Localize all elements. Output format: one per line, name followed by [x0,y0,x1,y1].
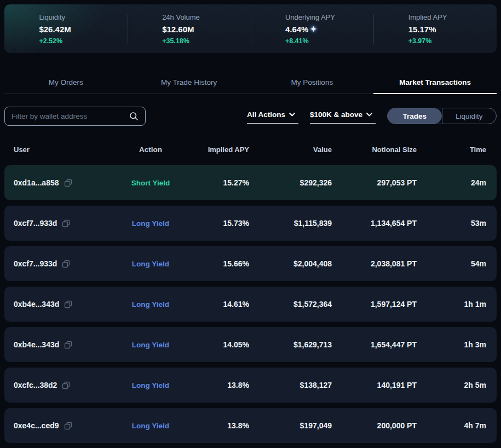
tab-my-positions[interactable]: My Positions [251,78,374,94]
table-row[interactable]: 0xcfc...38d2 Long Yield 13.8% $138,127 1… [4,368,497,403]
action-label: Long Yield [112,300,189,309]
value-filter-value: $100K & above [310,110,362,119]
copy-icon[interactable] [64,179,72,187]
trade-time: 54m [417,259,486,268]
table-row[interactable]: 0xb4e...343d Long Yield 14.61% $1,572,36… [4,287,497,322]
header-user: User [14,146,112,154]
stat-change: +3.97% [408,37,462,45]
table-row[interactable]: 0xb4e...343d Long Yield 14.05% $1,629,71… [4,327,497,362]
table-row[interactable]: 0xd1a...a858 Short Yield 15.27% $292,326… [4,165,497,200]
trade-value: $197,049 [249,421,332,430]
implied-apy-value: 13.8% [189,381,249,389]
stat-change: +35.18% [162,37,216,45]
chevron-down-icon [289,113,295,117]
copy-icon[interactable] [62,381,70,389]
notional-size-value: 1,597,124 PT [332,300,417,309]
copy-icon[interactable] [64,422,72,430]
notional-size-value: 200,000 PT [332,421,417,430]
actions-filter-value: All Actions [247,110,285,119]
header-time: Time [417,146,486,154]
user-cell: 0xe4c...ced9 [14,421,112,430]
copy-icon[interactable] [64,300,72,309]
stat-label: Underlying APY [285,13,339,21]
user-cell: 0xcfc...38d2 [14,381,112,389]
trade-time: 53m [417,219,486,228]
value-filter-dropdown[interactable]: $100K & above [310,108,376,124]
stat-label: Implied APY [408,13,462,21]
trade-time: 1h 1m [417,300,486,309]
action-label: Long Yield [112,422,189,430]
implied-apy-value: 15.66% [189,259,249,268]
table-row[interactable]: 0xe4c...ced9 Long Yield 13.8% $197,049 2… [4,408,497,443]
stat-value: $26.42M [39,25,93,34]
stat-change: +8.41% [285,37,339,45]
header-notional-size: Notional Size [332,146,417,154]
stat-underlying-apy: Underlying APY 4.64% ✦ +8.41% [251,13,374,45]
user-cell: 0xcf7...933d [14,219,112,228]
stat-24h-volume: 24h Volume $12.60M +35.18% [128,13,251,45]
wallet-filter-input[interactable] [11,112,129,120]
action-label: Long Yield [112,219,189,228]
actions-filter-dropdown[interactable]: All Actions [247,108,298,124]
notional-size-value: 1,654,447 PT [332,340,417,349]
stat-value: 15.17% [408,25,462,34]
toggle-trades[interactable]: Trades [388,108,442,124]
transactions-table: 0xd1a...a858 Short Yield 15.27% $292,326… [4,165,497,443]
copy-icon[interactable] [62,260,70,268]
toggle-liquidity[interactable]: Liquidity [442,108,497,124]
action-label: Short Yield [112,179,189,187]
header-action: Action [112,146,189,154]
sparkle-icon: ✦ [310,25,316,33]
trade-value: $2,004,408 [249,259,332,268]
user-address: 0xb4e...343d [14,340,59,349]
trade-time: 2h 5m [417,381,486,389]
header-implied-apy: Implied APY [189,146,249,154]
notional-size-value: 2,038,081 PT [332,259,417,268]
user-address: 0xcf7...933d [14,259,57,268]
user-address: 0xcf7...933d [14,219,57,228]
stat-label: Liquidity [39,13,93,21]
implied-apy-value: 14.61% [189,300,249,309]
stat-value: 4.64% [285,25,309,34]
tab-market-transactions[interactable]: Market Transactions [373,78,497,94]
stat-label: 24h Volume [162,13,216,21]
notional-size-value: 1,134,654 PT [332,219,417,228]
action-label: Long Yield [112,341,189,349]
stat-liquidity: Liquidity $26.42M +2.52% [4,13,128,45]
tab-my-trade-history[interactable]: My Trade History [128,78,251,94]
chevron-down-icon [366,113,372,117]
implied-apy-value: 15.27% [189,178,249,187]
copy-icon[interactable] [62,219,70,228]
trade-value: $1,629,713 [249,340,332,349]
user-cell: 0xd1a...a858 [14,178,112,187]
tab-my-orders[interactable]: My Orders [4,78,128,94]
user-address: 0xe4c...ced9 [14,421,59,430]
trade-value: $292,326 [249,178,332,187]
implied-apy-value: 14.05% [189,340,249,349]
filter-controls-row: All Actions $100K & above Trades Liquidi… [4,106,497,126]
action-label: Long Yield [112,260,189,268]
notional-size-value: 140,191 PT [332,381,417,389]
notional-size-value: 297,053 PT [332,178,417,187]
wallet-filter-box[interactable] [4,107,146,126]
user-address: 0xb4e...343d [14,300,59,309]
table-row[interactable]: 0xcf7...933d Long Yield 15.66% $2,004,40… [4,246,497,281]
stat-value: $12.60M [162,25,216,34]
trade-value: $1,572,364 [249,300,332,309]
tab-bar: My Orders My Trade History My Positions … [4,78,497,94]
copy-icon[interactable] [64,341,72,349]
trade-time: 4h 7m [417,421,486,430]
header-value: Value [249,146,332,154]
market-stats-bar: Liquidity $26.42M +2.52% 24h Volume $12.… [4,4,497,53]
table-row[interactable]: 0xcf7...933d Long Yield 15.73% $1,115,83… [4,206,497,241]
table-header-row: User Action Implied APY Value Notional S… [4,141,497,158]
stat-implied-apy: Implied APY 15.17% +3.97% [373,13,497,45]
implied-apy-value: 13.8% [189,421,249,430]
user-address: 0xd1a...a858 [14,178,59,187]
user-cell: 0xb4e...343d [14,340,112,349]
search-icon[interactable] [129,112,139,121]
action-label: Long Yield [112,381,189,389]
user-address: 0xcfc...38d2 [14,381,57,389]
user-cell: 0xb4e...343d [14,300,112,309]
stat-change: +2.52% [39,37,93,45]
